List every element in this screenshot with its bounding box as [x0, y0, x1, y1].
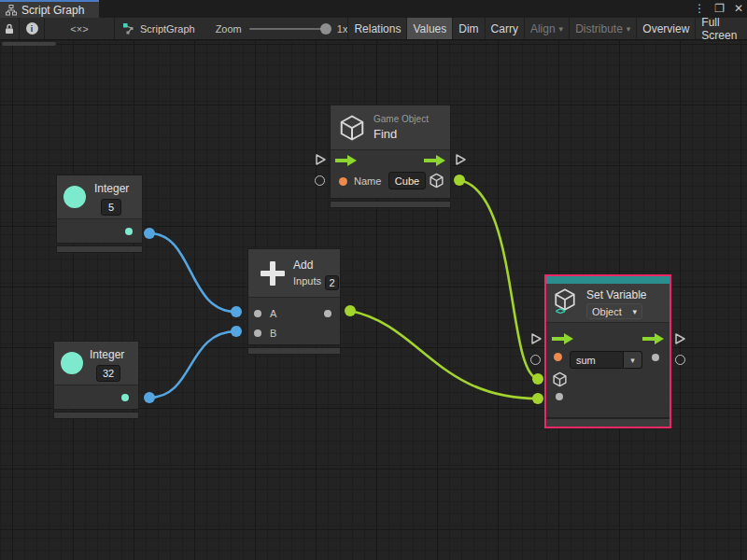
integer-value-field[interactable]: 5 [101, 199, 121, 216]
code-view-button[interactable]: <×> [45, 18, 115, 39]
name-label: Name [354, 175, 381, 187]
titlebar: Script Graph ⋮ ❐ ✕ [0, 0, 747, 18]
output-port-icon[interactable] [324, 310, 331, 317]
flow-out-connector-icon[interactable] [674, 333, 685, 344]
lock-icon [4, 23, 15, 35]
zoom-slider-handle[interactable] [320, 23, 331, 35]
value-input-port-icon[interactable] [556, 393, 563, 400]
align-button[interactable]: Align ▾ [524, 18, 569, 39]
port-b-label: B [270, 328, 276, 339]
flow-out-connector-icon[interactable] [455, 154, 466, 165]
graph-name: ScriptGraph [140, 23, 195, 35]
relations-button[interactable]: Relations [347, 18, 406, 39]
variable-code-icon: <> [556, 306, 565, 316]
inputs-label: Inputs [293, 275, 321, 287]
full-screen-button[interactable]: Full Screen [695, 18, 747, 39]
chevron-down-icon: ▾ [627, 24, 631, 34]
zoom-slider[interactable] [249, 28, 330, 30]
name-port-icon[interactable] [339, 177, 347, 186]
graph-hierarchy-icon [6, 5, 17, 16]
zoom-label: Zoom [216, 23, 242, 35]
toolbar: i <×> ScriptGraph Zoom 1x Relations Valu… [0, 18, 747, 40]
value-in-connector-icon[interactable] [315, 175, 325, 186]
node-set-variable[interactable]: <> Set Variable Object ▾ sum ▾ [544, 274, 671, 428]
integer-value-icon [61, 352, 83, 374]
flow-in-arrow-icon[interactable] [552, 333, 573, 344]
gameobject-cube-icon [338, 114, 366, 142]
values-button[interactable]: Values [406, 18, 452, 39]
object-input-port-icon[interactable] [552, 371, 568, 387]
node-title: Integer [94, 182, 129, 195]
info-button[interactable]: i [20, 18, 45, 39]
node-category: Game Object [374, 114, 429, 124]
code-icon: <×> [70, 23, 88, 35]
node-title: Set Variable [586, 288, 646, 301]
overview-button[interactable]: Overview [636, 18, 695, 39]
variable-scope-dropdown[interactable]: Object ▾ [586, 303, 642, 319]
node-title: Find [374, 127, 397, 141]
output-port-icon[interactable] [125, 228, 133, 235]
chevron-down-icon: ▾ [559, 24, 564, 34]
value-in-connector-icon[interactable] [530, 355, 541, 365]
dim-button[interactable]: Dim [452, 18, 484, 39]
scope-value: Object [592, 306, 622, 317]
node-title: Add [293, 259, 313, 272]
chevron-down-icon: ▾ [624, 351, 642, 369]
value-out-port-icon[interactable] [652, 354, 659, 361]
input-port-a-icon[interactable] [254, 310, 261, 317]
flow-out-arrow-icon[interactable] [642, 333, 664, 344]
tab-title: Script Graph [21, 4, 84, 17]
lock-button[interactable] [0, 18, 20, 39]
value-out-connector-icon[interactable] [675, 355, 685, 365]
flow-in-connector-icon[interactable] [315, 154, 326, 165]
node-integer-5[interactable]: Integer 5 [56, 175, 143, 253]
graph-breadcrumb[interactable]: ScriptGraph [122, 18, 195, 39]
node-gameobject-find[interactable]: Game Object Find Name Cube [330, 105, 451, 208]
node-footer [247, 347, 341, 355]
tab-script-graph[interactable]: Script Graph [0, 0, 99, 18]
node-integer-32[interactable]: Integer 32 [53, 341, 139, 419]
variable-name-dropdown[interactable]: sum ▾ [570, 351, 642, 369]
node-title: Integer [90, 348, 124, 361]
add-plus-icon [261, 261, 285, 286]
port-a-label: A [270, 308, 276, 319]
flow-in-arrow-icon[interactable] [335, 155, 357, 166]
node-footer [53, 412, 139, 419]
variable-kind-bar [546, 276, 669, 284]
script-graph-icon [122, 22, 134, 35]
flow-in-connector-icon[interactable] [530, 333, 542, 344]
info-icon: i [26, 22, 38, 35]
integer-value-field[interactable]: 32 [96, 365, 120, 382]
name-value-field[interactable]: Cube [388, 172, 426, 189]
input-port-b-icon[interactable] [254, 329, 261, 337]
variable-port-icon[interactable] [554, 353, 562, 361]
carry-button[interactable]: Carry [485, 18, 524, 39]
distribute-button[interactable]: Distribute ▾ [569, 18, 636, 39]
variable-name-value: sum [570, 351, 624, 369]
integer-value-icon [63, 186, 86, 208]
node-footer [56, 245, 143, 253]
node-footer [330, 201, 451, 208]
flow-out-arrow-icon[interactable] [424, 155, 445, 166]
zoom-value: 1x [337, 23, 348, 35]
chevron-down-icon: ▾ [632, 307, 637, 316]
canvas-corner-strip [2, 42, 56, 46]
inputs-count-field[interactable]: 2 [325, 275, 339, 290]
output-port-icon[interactable] [121, 394, 129, 401]
node-footer [546, 419, 669, 427]
node-add[interactable]: Add Inputs 2 A B [247, 248, 341, 355]
gameobject-output-port-icon[interactable] [429, 173, 444, 189]
